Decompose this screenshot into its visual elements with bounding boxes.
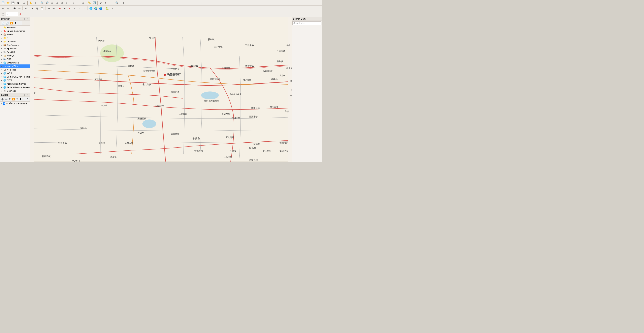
stats-btn[interactable]: Σ	[103, 0, 108, 5]
zoom-in-btn[interactable]: 🔍	[40, 0, 44, 5]
save-as-btn[interactable]: 🖫	[16, 0, 20, 5]
deselect-btn[interactable]: ⊟	[80, 0, 85, 5]
pan-btn[interactable]: ✋	[28, 0, 33, 5]
zoom-native-btn[interactable]: ⊞	[50, 0, 54, 5]
layers-minimize-btn[interactable]: □	[23, 94, 26, 96]
redo-edit-btn[interactable]: ↪	[51, 6, 56, 11]
browser-item-arcgis-map[interactable]: ▶ 🌐 ArcGIS Map Service	[0, 82, 30, 86]
home-label: Home	[7, 33, 12, 36]
layers-add-btn[interactable]: ➕	[1, 97, 4, 101]
python-btn[interactable]: 🐍	[105, 6, 110, 11]
layers-move-bottom-btn[interactable]: ⊡	[26, 97, 29, 101]
chart-btn[interactable]: —	[108, 0, 113, 5]
vector-tiles-label: Vector Tiles	[7, 65, 18, 68]
layer-item-osm[interactable]: ▶ 👁 🗺 OSM Standard	[0, 102, 30, 106]
browser-item-geonode[interactable]: ▶ ✳ GeoNode	[0, 89, 30, 93]
browser-item-wfs[interactable]: ▶ 🌐 WFS / OGC API - Features	[0, 75, 30, 78]
label-btn3[interactable]: A	[68, 6, 72, 11]
browser-item-root[interactable]: ▶ 📁 /	[0, 36, 30, 40]
browser-item-ows[interactable]: ▶ 🌐 OWS	[0, 78, 30, 82]
svg-text:梨花镇: 梨花镇	[128, 65, 134, 68]
browser-item-xyz-tiles[interactable]: ▶ ⊡ XYZ Tiles	[0, 68, 30, 72]
browser-item-home[interactable]: ▶ 🏠 Home	[0, 33, 30, 36]
layer-visibility-checkbox[interactable]	[3, 102, 5, 105]
label-btn1[interactable]: A	[58, 6, 62, 11]
refresh-btn[interactable]: 🔄	[92, 0, 96, 5]
globe-btn[interactable]: 🌐	[88, 6, 93, 11]
svg-text:兴和县: 兴和县	[271, 78, 278, 81]
search-panel-header: Search QMS	[292, 17, 322, 21]
zoom-next-btn[interactable]: ▷	[64, 0, 69, 5]
settings-btn[interactable]: ⚙	[98, 0, 103, 5]
search-input[interactable]	[292, 21, 322, 25]
vector-tiles-icon: ⊞	[3, 65, 6, 68]
layers-move-top-btn[interactable]: ⬆	[16, 97, 18, 101]
identify-btn[interactable]: ℹ	[71, 0, 76, 5]
vector-tiles-arrow: ▶	[1, 65, 3, 67]
browser-item-mssql[interactable]: ▶ ▤ MSSQL	[0, 54, 30, 58]
favorites-label: Favorites	[7, 26, 16, 28]
browser-minimize-btn[interactable]: □	[23, 18, 26, 20]
browser-item-db2[interactable]: ▶ DB2 DB2	[0, 58, 30, 61]
search-panel-title: Search QMS	[293, 18, 306, 20]
layers-remove-btn[interactable]: ➖	[4, 97, 8, 101]
map-area[interactable]: 大滩乡 锡勒乡 贾红镇 大六号镇 五股泉乡 八道沟镇 单品 满井镇 县复兴乡 梨…	[30, 17, 292, 162]
print-btn[interactable]: 🖨	[22, 0, 27, 5]
cut-btn[interactable]: ✂	[30, 6, 35, 11]
locate-btn[interactable]: 🔍	[114, 0, 119, 5]
measure-btn[interactable]: 📏	[87, 0, 92, 5]
svg-text:永兴镇: 永兴镇	[98, 142, 105, 144]
browser-item-wms[interactable]: ▶ 🌐 WMS/WMTS	[0, 61, 30, 64]
layers-move-up-btn[interactable]: ↑	[22, 97, 26, 101]
browser-collapse-btn[interactable]: ⬆	[14, 21, 18, 25]
zoom-full-btn[interactable]: ⊡	[54, 0, 59, 5]
label-btn4[interactable]: A	[72, 6, 77, 11]
browser-item-vector-tiles[interactable]: ▶ ⊞ Vector Tiles	[0, 64, 30, 68]
help-btn[interactable]: ?	[110, 6, 114, 11]
layers-close-btn[interactable]: ✕	[26, 94, 29, 96]
label-btn6[interactable]: A	[82, 6, 87, 11]
select-btn[interactable]: ⬚	[76, 0, 80, 5]
cancel-btn[interactable]: ⊗	[18, 12, 23, 16]
digitize-btn[interactable]: ✏	[1, 6, 6, 11]
globe2-btn[interactable]: 🌍	[94, 6, 98, 11]
save-project-btn[interactable]: 💾	[10, 0, 15, 5]
browser-item-arcgis-feature[interactable]: ▶ 🌐 ArcGIS Feature Service	[0, 86, 30, 89]
svg-text:单品: 单品	[286, 44, 290, 46]
browser-refresh-btn[interactable]: 🔄	[5, 21, 9, 25]
browser-item-favorites[interactable]: ⭐ Favorites	[0, 26, 30, 29]
delete-feature-btn[interactable]: ✖	[24, 6, 28, 11]
add-feature-btn[interactable]: ✚	[12, 6, 17, 11]
browser-new-btn[interactable]: 📄	[1, 21, 5, 25]
browser-item-geopackage[interactable]: ▶ 📦 GeoPackage	[0, 43, 30, 47]
zoom-prev-btn[interactable]: ◁	[59, 0, 64, 5]
pan2-btn[interactable]: ↕	[33, 0, 38, 5]
text-btn[interactable]: T	[121, 0, 126, 5]
label-btn2[interactable]: A	[62, 6, 67, 11]
layers-move-down-btn[interactable]: ⬇	[19, 97, 22, 101]
node-tool-btn[interactable]: ◈	[6, 6, 10, 11]
copy-btn[interactable]: ⎘	[35, 6, 40, 11]
label-btn5[interactable]: A	[77, 6, 82, 11]
browser-item-wcs[interactable]: ▶ 🌐 WCS	[0, 72, 30, 75]
svg-text:黑老天乡: 黑老天乡	[58, 142, 67, 144]
browser-info-btn[interactable]: ℹ	[18, 21, 22, 25]
browser-item-volumes[interactable]: ▶ 📁 /Volumes	[0, 40, 30, 43]
open-project-btn[interactable]: 📂	[6, 0, 10, 5]
layers-visible-btn[interactable]: 👁	[8, 97, 11, 101]
undo-edit-btn[interactable]: ↩	[46, 6, 51, 11]
move-feature-btn[interactable]: ⇔	[17, 6, 22, 11]
layers-filter-btn[interactable]: 🔽	[12, 97, 15, 101]
globe3-btn[interactable]: 🌎	[98, 6, 103, 11]
browser-item-bookmarks[interactable]: ▶ 🔖 Spatial Bookmarks	[0, 29, 30, 33]
rubber-band-btn[interactable]: ⬚	[1, 12, 6, 16]
zoom-out-btn[interactable]: 🔎	[45, 0, 49, 5]
browser-filter-btn[interactable]: 🔽	[10, 21, 13, 25]
svg-text:鸿茅镇: 鸿茅镇	[110, 156, 116, 158]
browser-item-postgis[interactable]: ▶ 🐘 PostGIS	[0, 50, 30, 54]
new-project-btn[interactable]: 📄	[1, 0, 6, 5]
paste-btn[interactable]: 📋	[40, 6, 44, 11]
browser-close-btn[interactable]: ✕	[26, 18, 29, 20]
browser-item-spatialite[interactable]: ▶ 🗃 SpatiaLite	[0, 47, 30, 50]
svg-rect-0	[34, 17, 288, 162]
